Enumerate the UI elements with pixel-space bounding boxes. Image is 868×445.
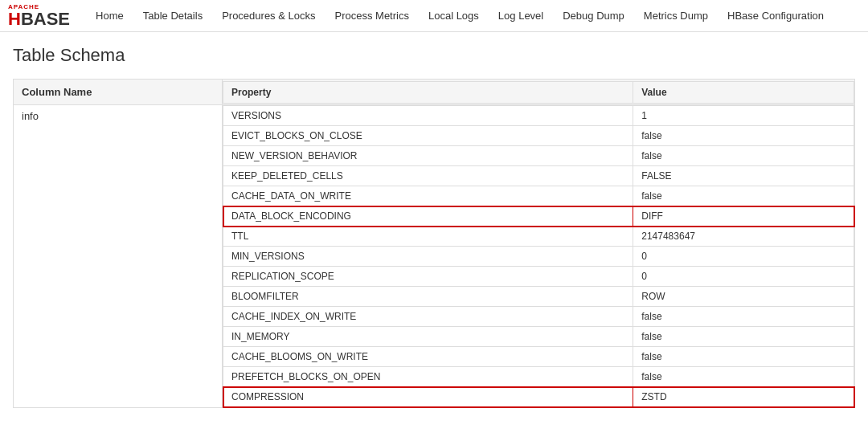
- property-value: 2147483647: [633, 227, 854, 247]
- property-name: TTL: [223, 227, 633, 247]
- properties-header-cell: Property Value: [223, 80, 855, 105]
- property-row: CACHE_INDEX_ON_WRITEfalse: [223, 307, 854, 327]
- nav-link-table-details[interactable]: Table Details: [133, 0, 212, 32]
- property-name: VERSIONS: [223, 106, 633, 126]
- property-value: false: [633, 367, 854, 387]
- column-name-header: Column Name: [14, 80, 223, 105]
- property-value: false: [633, 307, 854, 327]
- property-value: false: [633, 327, 854, 347]
- property-value: false: [633, 186, 854, 206]
- nav-link-log-level[interactable]: Log Level: [489, 0, 553, 32]
- nav-link-process-metrics[interactable]: Process Metrics: [325, 0, 418, 32]
- property-row: KEEP_DELETED_CELLSFALSE: [223, 166, 854, 186]
- property-value: 1: [633, 106, 854, 126]
- navbar: APACHE HBASE HomeTable DetailsProcedures…: [0, 0, 868, 32]
- nav-link-hbase-configuration[interactable]: HBase Configuration: [718, 0, 833, 32]
- inner-header-table: Property Value: [223, 81, 854, 104]
- property-value: false: [633, 126, 854, 146]
- property-value: ZSTD: [633, 387, 854, 407]
- property-row: NEW_VERSION_BEHAVIORfalse: [223, 146, 854, 166]
- property-name: CACHE_INDEX_ON_WRITE: [223, 307, 633, 327]
- nav-link-metrics-dump[interactable]: Metrics Dump: [634, 0, 718, 32]
- property-header: Property: [223, 81, 633, 103]
- property-row: PREFETCH_BLOCKS_ON_OPENfalse: [223, 367, 854, 387]
- property-value: false: [633, 347, 854, 367]
- property-name: IN_MEMORY: [223, 327, 633, 347]
- property-row: IN_MEMORYfalse: [223, 327, 854, 347]
- property-value: ROW: [633, 287, 854, 307]
- property-row: CACHE_BLOOMS_ON_WRITEfalse: [223, 347, 854, 367]
- property-name: MIN_VERSIONS: [223, 247, 633, 267]
- page-title: Table Schema: [13, 45, 855, 66]
- nav-links: HomeTable DetailsProcedures & LocksProce…: [86, 0, 833, 32]
- logo-h: H: [8, 9, 21, 29]
- property-row: CACHE_DATA_ON_WRITEfalse: [223, 186, 854, 206]
- schema-table: Column Name Property Value info: [13, 79, 855, 408]
- property-row: REPLICATION_SCOPE0: [223, 267, 854, 287]
- value-header: Value: [633, 81, 854, 103]
- logo: APACHE HBASE: [8, 4, 70, 28]
- property-value: DIFF: [633, 206, 854, 227]
- property-name: REPLICATION_SCOPE: [223, 267, 633, 287]
- property-value: 0: [633, 267, 854, 287]
- property-name: KEEP_DELETED_CELLS: [223, 166, 633, 186]
- property-name: CACHE_BLOOMS_ON_WRITE: [223, 347, 633, 367]
- logo-hbase-text: HBASE: [8, 9, 70, 29]
- property-value: FALSE: [633, 166, 854, 186]
- column-name-cell: info: [14, 105, 223, 408]
- property-row: EVICT_BLOCKS_ON_CLOSEfalse: [223, 126, 854, 146]
- property-name: EVICT_BLOCKS_ON_CLOSE: [223, 126, 633, 146]
- properties-cell: VERSIONS1EVICT_BLOCKS_ON_CLOSEfalseNEW_V…: [223, 105, 855, 408]
- nav-link-debug-dump[interactable]: Debug Dump: [553, 0, 634, 32]
- property-row: COMPRESSIONZSTD: [223, 387, 854, 407]
- property-row: DATA_BLOCK_ENCODINGDIFF: [223, 206, 854, 227]
- property-row: VERSIONS1: [223, 106, 854, 126]
- property-name: CACHE_DATA_ON_WRITE: [223, 186, 633, 206]
- nav-link-procedures-locks[interactable]: Procedures & Locks: [212, 0, 325, 32]
- property-name: BLOOMFILTER: [223, 287, 633, 307]
- inner-data-table: VERSIONS1EVICT_BLOCKS_ON_CLOSEfalseNEW_V…: [223, 105, 854, 407]
- nav-link-home[interactable]: Home: [86, 0, 133, 32]
- table-row: info VERSIONS1EVICT_BLOCKS_ON_CLOSEfalse…: [14, 105, 855, 408]
- property-name: NEW_VERSION_BEHAVIOR: [223, 146, 633, 166]
- property-name: DATA_BLOCK_ENCODING: [223, 206, 633, 227]
- property-row: MIN_VERSIONS0: [223, 247, 854, 267]
- logo-base: BASE: [21, 9, 70, 29]
- property-name: COMPRESSION: [223, 387, 633, 407]
- property-row: BLOOMFILTERROW: [223, 287, 854, 307]
- property-name: PREFETCH_BLOCKS_ON_OPEN: [223, 367, 633, 387]
- property-row: TTL2147483647: [223, 227, 854, 247]
- page-content: Table Schema Column Name Property Value: [0, 32, 868, 421]
- property-value: false: [633, 146, 854, 166]
- nav-link-local-logs[interactable]: Local Logs: [419, 0, 489, 32]
- property-value: 0: [633, 247, 854, 267]
